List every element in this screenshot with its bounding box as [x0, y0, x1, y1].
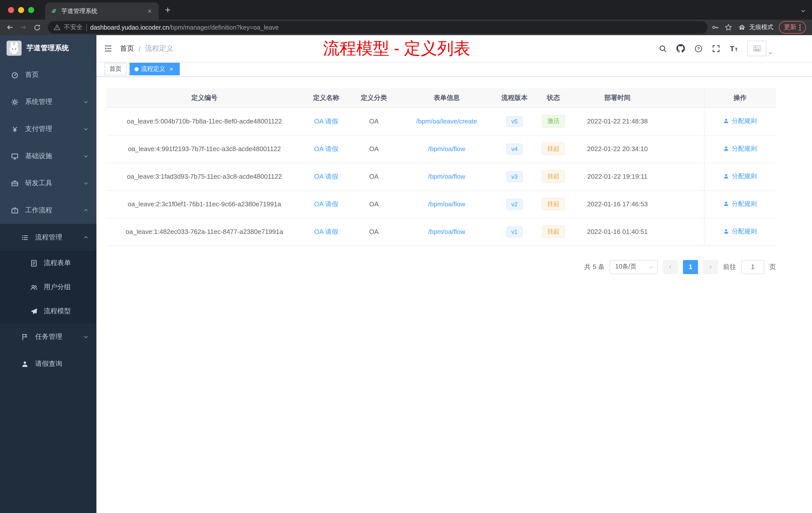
url-text[interactable]: dashboard.yudao.iocoder.cn/bpm/manager/d… — [90, 24, 279, 31]
bookmark-star-icon[interactable] — [725, 24, 732, 31]
cell-version: v5 — [496, 108, 533, 135]
forward-button[interactable] — [17, 21, 30, 34]
search-icon[interactable] — [659, 44, 667, 53]
cell-definition-id: oa_leave:4:991f2193-7b7f-11ec-a3c8-acde4… — [107, 135, 302, 163]
chevron-down-icon — [83, 126, 88, 131]
incognito-icon — [738, 24, 746, 31]
chevron-down-icon — [83, 99, 88, 104]
assign-rule-link[interactable]: 分配规则 — [723, 172, 757, 181]
app: 芋道管理系统 首页 系统管理 ¥ 支付管理 — [0, 35, 812, 513]
sidebar-item-process-form[interactable]: 流程表单 — [0, 251, 96, 275]
sidebar-item-payment[interactable]: ¥ 支付管理 — [0, 116, 96, 143]
sidebar-item-workflow[interactable]: 工作流程 — [0, 197, 96, 224]
browser-tab[interactable]: 芋道管理系统 × — [45, 2, 159, 20]
page-number-button[interactable]: 1 — [683, 260, 698, 274]
status-badge: 挂起 — [542, 170, 565, 183]
user-icon — [723, 201, 729, 207]
sidebar-item-label: 用户分组 — [44, 282, 71, 292]
new-tab-button[interactable]: + — [161, 3, 175, 17]
assign-rule-link[interactable]: 分配规则 — [723, 145, 757, 153]
breadcrumb-separator: / — [139, 44, 141, 53]
sidebar-item-user-group[interactable]: 用户分组 — [0, 275, 96, 299]
breadcrumb-home[interactable]: 首页 — [120, 44, 134, 53]
user-menu[interactable] — [747, 41, 773, 56]
version-badge: v2 — [506, 199, 522, 210]
sidebar-item-label: 任务管理 — [35, 332, 62, 341]
cell-definition-id: oa_leave:3:1fad3d93-7b75-11ec-a3c8-acde4… — [107, 163, 302, 190]
sidebar-toggle-icon[interactable] — [96, 44, 120, 53]
pagination-total: 共 5 条 — [584, 262, 605, 271]
tab-list-caret-icon[interactable] — [801, 6, 806, 16]
definition-name-link[interactable]: OA 请假 — [314, 117, 338, 125]
sidebar-item-task-management[interactable]: 任务管理 — [0, 323, 96, 350]
sidebar-item-leave-query[interactable]: 请假查询 — [0, 350, 96, 378]
fullscreen-icon[interactable] — [712, 44, 720, 53]
table-row: oa_leave:4:991f2193-7b7f-11ec-a3c8-acde4… — [107, 135, 776, 163]
avatar — [747, 41, 766, 56]
definition-table: 定义编号 定义名称 定义分类 表单信息 流程版本 状态 部署时间 操作 — [107, 88, 776, 246]
tag-home[interactable]: 首页 — [105, 63, 126, 75]
form-link[interactable]: /bpm/oa/flow — [428, 228, 465, 235]
page-size-select[interactable]: 10条/页 — [610, 260, 658, 274]
definition-name-link[interactable]: OA 请假 — [314, 145, 338, 152]
security-label[interactable]: 不安全 — [64, 23, 83, 32]
version-badge: v1 — [506, 226, 522, 237]
cell-form-info: /bpm/oa/flow — [398, 163, 496, 190]
cell-definition-name: OA 请假 — [302, 135, 350, 163]
back-button[interactable] — [3, 21, 17, 34]
table-row: oa_leave:5:004b710b-7b8a-11ec-8ef0-acde4… — [107, 108, 776, 135]
sidebar-item-process-model[interactable]: 流程模型 — [0, 299, 96, 323]
col-action: 操作 — [704, 88, 776, 108]
assign-rule-link[interactable]: 分配规则 — [723, 117, 757, 125]
page-size-value: 10条/页 — [615, 263, 637, 271]
toolbox-icon — [11, 179, 19, 187]
form-link[interactable]: /bpm/oa/leave/create — [416, 117, 477, 125]
sidebar-item-system[interactable]: 系统管理 — [0, 88, 96, 116]
assign-rule-label: 分配规则 — [732, 145, 757, 153]
sidebar-item-process-management[interactable]: 流程管理 — [0, 224, 96, 251]
sidebar-item-label: 研发工具 — [25, 179, 52, 188]
tab-close-icon[interactable]: × — [146, 7, 154, 15]
definition-name-link[interactable]: OA 请假 — [314, 228, 338, 235]
app-logo[interactable]: 芋道管理系统 — [0, 35, 96, 61]
version-badge: v4 — [506, 143, 522, 154]
next-page-button[interactable] — [703, 260, 718, 274]
yen-icon: ¥ — [11, 125, 19, 133]
password-key-icon[interactable] — [712, 24, 719, 31]
tag-process-definition[interactable]: 流程定义 × — [129, 63, 180, 75]
help-icon[interactable]: ? — [695, 44, 703, 53]
main: 首页 / 流程定义 流程模型 - 定义列表 ? — [96, 35, 812, 513]
update-button[interactable]: 更新 — [779, 21, 806, 34]
cell-status: 挂起 — [533, 135, 574, 163]
form-link[interactable]: /bpm/oa/flow — [428, 145, 465, 153]
address-bar[interactable]: 不安全 dashboard.yudao.iocoder.cn/bpm/manag… — [48, 21, 707, 34]
definition-name-link[interactable]: OA 请假 — [314, 173, 338, 180]
cell-form-info: /bpm/oa/leave/create — [398, 108, 496, 135]
sidebar-item-home[interactable]: 首页 — [0, 61, 96, 88]
monitor-icon — [11, 152, 19, 160]
sidebar-item-label: 流程表单 — [44, 259, 71, 268]
goto-page-input[interactable] — [741, 260, 764, 274]
tag-close-icon[interactable]: × — [168, 65, 175, 72]
caret-down-icon — [768, 51, 773, 56]
cell-status: 激活 — [533, 108, 574, 135]
url-host: dashboard.yudao.iocoder.cn — [90, 24, 169, 31]
cell-version: v3 — [496, 163, 533, 190]
sidebar-item-dev-tools[interactable]: 研发工具 — [0, 170, 96, 197]
prev-page-button[interactable] — [663, 260, 678, 274]
definition-name-link[interactable]: OA 请假 — [314, 200, 338, 208]
assign-rule-link[interactable]: 分配规则 — [723, 200, 757, 208]
cell-action: 分配规则 — [704, 108, 776, 135]
sidebar-item-infrastructure[interactable]: 基础设施 — [0, 143, 96, 170]
reload-button[interactable] — [30, 21, 44, 34]
col-form-info: 表单信息 — [398, 88, 496, 108]
github-icon[interactable] — [677, 44, 685, 53]
window-zoom-button[interactable] — [28, 7, 34, 13]
window-close-button[interactable] — [8, 7, 14, 13]
font-size-icon[interactable]: TT — [730, 45, 738, 52]
window-minimize-button[interactable] — [18, 7, 24, 13]
form-link[interactable]: /bpm/oa/flow — [428, 173, 465, 180]
form-link[interactable]: /bpm/oa/flow — [428, 200, 465, 208]
assign-rule-link[interactable]: 分配规则 — [723, 228, 757, 236]
toolbar-right: 无痕模式 更新 — [712, 21, 809, 34]
